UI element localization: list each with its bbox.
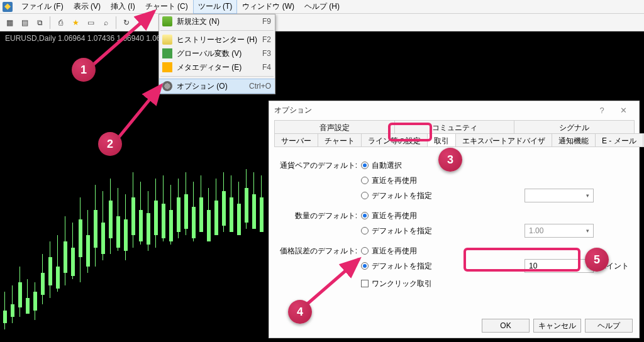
menu-item-v[interactable]: グローバル変数 (V)F3	[159, 47, 275, 60]
tab-ライン等の設定[interactable]: ライン等の設定	[361, 133, 428, 147]
radio-label: 直近を再使用	[372, 175, 417, 186]
annotation-arrow-4	[299, 251, 375, 314]
menu-shortcut: F4	[262, 63, 271, 72]
close-icon[interactable]: ✕	[613, 104, 634, 116]
svg-line-0	[88, 11, 154, 69]
toolbar-new-icon[interactable]: ▦	[3, 16, 16, 30]
menu-window[interactable]: ウィンドウ (W)	[237, 0, 299, 14]
toolbar-print-icon[interactable]: ⎙	[53, 16, 67, 30]
app-icon	[3, 2, 13, 12]
menu-item-label: メタエディター (E)	[177, 62, 242, 73]
annotation-badge-2: 2	[98, 132, 122, 156]
radio-reuse-recent[interactable]	[361, 177, 369, 184]
radio-label: 直近を再使用	[372, 211, 417, 221]
volume-default-group: 数量のデフォルト: 直近を再使用 デフォルトを指定 1.00▾	[279, 209, 629, 238]
deviation-combo[interactable]: 10▾	[525, 259, 594, 273]
dialog-title: オプション	[274, 105, 312, 116]
menu-item-h[interactable]: ヒストリーセンター (H)F2	[159, 33, 275, 47]
menu-shortcut: F9	[262, 17, 271, 26]
menu-shortcut: F3	[262, 49, 271, 58]
symbol-default-label: 通貨ペアのデフォルト:	[279, 160, 361, 171]
annotation-arrow-1	[82, 6, 170, 75]
radio-label: デフォルトを指定	[372, 261, 432, 272]
radio-specify-default[interactable]	[361, 227, 369, 234]
tab-コミュニティ[interactable]: コミュニティ	[394, 120, 515, 134]
candlestick-chart	[0, 153, 270, 342]
tab-E - メール[interactable]: E - メール	[595, 133, 643, 147]
radio-label: 自動選択	[372, 160, 402, 171]
menu-item-label: グローバル変数 (V)	[177, 48, 242, 59]
menu-item-label: 新規注文 (N)	[177, 16, 219, 27]
tab-音声設定[interactable]: 音声設定	[274, 120, 395, 134]
symbol-combo[interactable]: ▾	[525, 189, 594, 202]
tab-チャート[interactable]: チャート	[318, 133, 362, 147]
cancel-button[interactable]: キャンセル	[533, 319, 581, 333]
help-button-icon[interactable]: ?	[591, 104, 613, 116]
tab-取引[interactable]: 取引	[427, 133, 456, 147]
tabs-row-2: サーバーチャートライン等の設定取引エキスパートアドバイザ通知機能E - メールF…	[274, 133, 634, 147]
menu-item-e[interactable]: メタエディター (E)F4	[159, 60, 275, 74]
menu-separator	[160, 76, 274, 77]
radio-specify-default[interactable]	[361, 192, 369, 199]
tab-シグナル[interactable]: シグナル	[514, 120, 635, 134]
help-button[interactable]: ヘルプ	[585, 319, 633, 333]
radio-label: デフォルトを指定	[372, 190, 432, 201]
menu-tools[interactable]: ツール (T)	[193, 0, 238, 14]
toolbar-open-icon[interactable]: ▤	[18, 16, 31, 30]
tab-通知機能[interactable]: 通知機能	[552, 133, 596, 147]
toolbar-star-icon[interactable]: ★	[69, 16, 82, 30]
svg-line-2	[303, 259, 359, 308]
annotation-badge-3: 3	[438, 148, 462, 172]
radio-label: デフォルトを指定	[372, 226, 432, 236]
menu-item-label: オプション (O)	[177, 81, 228, 92]
dialog-titlebar: オプション ? ✕	[269, 101, 639, 119]
svg-line-1	[114, 86, 161, 143]
oneclick-label: ワンクリック取引	[372, 279, 432, 289]
radio-label: 直近を再使用	[372, 246, 417, 256]
menu-item-n[interactable]: 新規注文 (N)F9	[159, 14, 275, 28]
dialog-buttons: OK キャンセル ヘルプ	[482, 319, 633, 333]
menu-shortcut: Ctrl+O	[249, 82, 271, 91]
menu-item-o[interactable]: オプション (O)Ctrl+O	[159, 79, 275, 94]
menu-separator	[160, 30, 274, 31]
tabs-row-1: 音声設定コミュニティシグナル	[274, 120, 634, 134]
radio-reuse-recent[interactable]	[361, 212, 369, 219]
annotation-badge-5: 5	[585, 248, 609, 272]
menu-help[interactable]: ヘルプ (H)	[299, 0, 345, 14]
ok-button[interactable]: OK	[482, 319, 530, 333]
tools-menu-dropdown: 新規注文 (N)F9ヒストリーセンター (H)F2グローバル変数 (V)F3メタ…	[158, 14, 275, 94]
volume-default-label: 数量のデフォルト:	[279, 211, 361, 221]
tab-サーバー[interactable]: サーバー	[274, 133, 318, 147]
annotation-badge-1: 1	[72, 58, 96, 82]
menu-file[interactable]: ファイル (F)	[16, 0, 69, 14]
volume-combo[interactable]: 1.00▾	[525, 224, 594, 238]
menu-item-label: ヒストリーセンター (H)	[177, 35, 257, 45]
radio-auto-select[interactable]	[361, 162, 369, 169]
annotation-badge-4: 4	[288, 300, 312, 324]
tab-エキスパートアドバイザ[interactable]: エキスパートアドバイザ	[455, 133, 552, 147]
toolbar-save-icon[interactable]: ⧉	[33, 16, 47, 30]
menu-shortcut: F2	[262, 35, 271, 44]
separator	[50, 16, 50, 29]
